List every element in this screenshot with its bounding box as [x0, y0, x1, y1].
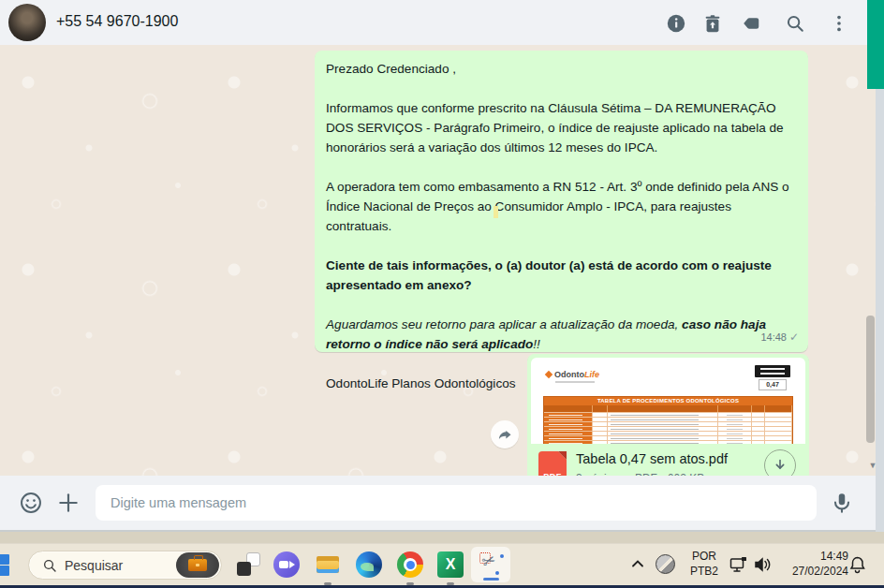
search-icon[interactable] — [785, 13, 805, 34]
chat-header: +55 54 9670-1900 — [0, 0, 884, 45]
search-icon — [42, 558, 57, 573]
download-button[interactable] — [764, 449, 796, 476]
whatsapp-desktop-screen: +55 54 9670-1900 Prezado Credenciado , I… — [0, 0, 884, 588]
index-value: 0,47 — [759, 379, 787, 390]
window-bottom-edge — [0, 530, 884, 532]
notification-bell-icon[interactable] — [848, 555, 866, 574]
search-highlight-badge[interactable] — [176, 552, 219, 578]
briefcase-icon — [188, 559, 207, 571]
scissors-icon: ✂ — [479, 550, 499, 573]
video-app-icon[interactable] — [273, 551, 300, 578]
pdf-preview-image[interactable]: OdontoLife 0,47 TABELA DE PROCEDIMENTOS … — [531, 358, 805, 444]
contact-avatar[interactable] — [8, 4, 46, 41]
scroll-down-arrow-icon[interactable]: ▼ — [867, 461, 878, 470]
download-arrow-icon — [773, 458, 788, 473]
network-icon[interactable] — [729, 556, 749, 574]
file-explorer-icon[interactable] — [315, 551, 341, 578]
message-closing: Aguardamos seu retorno para aplicar a at… — [326, 315, 797, 354]
procedures-table-preview: TABELA DE PROCEDIMENTOS ODONTOLÓGICOS — [543, 396, 793, 444]
odontolife-logo: OdontoLife — [546, 370, 599, 379]
message-meta: 14:48 ✓ — [760, 328, 799, 347]
reajuste-badge — [755, 365, 790, 377]
excel-icon[interactable]: X — [437, 551, 464, 578]
delete-icon[interactable] — [702, 13, 723, 34]
microphone-icon[interactable] — [830, 491, 854, 515]
pdf-attachment-bubble[interactable]: OdontoLife 0,47 TABELA DE PROCEDIMENTOS … — [527, 354, 809, 476]
language-indicator[interactable]: POR PTB2 — [688, 549, 720, 579]
running-indicator — [324, 582, 332, 585]
logo-tagline — [555, 381, 595, 383]
message-question: Ciente de tais informações, o (a) doutor… — [326, 256, 797, 295]
file-row[interactable]: PDF Tabela 0,47 sem atos.pdf 3 páginas •… — [531, 444, 805, 476]
snipping-tool-button[interactable]: ✂ — [471, 547, 510, 582]
taskbar-clock[interactable]: 14:49 27/02/2024 — [772, 549, 848, 579]
message-composer — [0, 476, 884, 530]
running-indicator — [447, 582, 454, 585]
onedrive-paused-icon[interactable] — [656, 554, 675, 574]
table-title: TABELA DE PROCEDIMENTOS ODONTOLÓGICOS — [544, 397, 792, 405]
edge-browser-icon[interactable] — [356, 551, 382, 578]
windows-taskbar: Pesquisar X ✂ POR PTB2 — [0, 543, 884, 585]
forward-button[interactable] — [491, 420, 519, 448]
tray-chevron-icon[interactable] — [631, 559, 644, 568]
contact-name[interactable]: +55 54 9670-1900 — [56, 13, 178, 30]
start-button[interactable] — [0, 554, 9, 576]
message-time: 14:48 — [760, 328, 787, 347]
forward-arrow-icon — [497, 427, 513, 443]
search-label: Pesquisar — [65, 558, 176, 573]
outgoing-message-bubble: Prezado Credenciado , Informamos que con… — [315, 51, 808, 352]
running-indicator — [406, 582, 414, 585]
volume-icon[interactable] — [753, 556, 772, 573]
attach-plus-icon[interactable] — [56, 491, 81, 515]
clock-time: 14:49 — [772, 549, 848, 564]
active-app-indicator — [483, 578, 499, 581]
message-paragraph: Informamos que conforme prescrito na Clá… — [326, 98, 797, 157]
message-input[interactable] — [96, 485, 817, 521]
sent-tick-icon: ✓ — [789, 328, 799, 347]
logo-diamond-icon — [545, 371, 552, 378]
desktop-wallpaper-strip — [0, 532, 884, 543]
label-icon[interactable] — [741, 13, 761, 34]
taskbar-search[interactable]: Pesquisar — [28, 551, 222, 580]
text-cursor-highlight — [494, 206, 498, 218]
chat-message-area: Prezado Credenciado , Informamos que con… — [0, 45, 884, 476]
table-header-row — [544, 405, 792, 412]
message-paragraph: A operadora tem como embasamento a RN 51… — [326, 177, 797, 236]
chat-scrollbar-thumb[interactable] — [866, 316, 875, 443]
clock-date: 27/02/2024 — [772, 564, 848, 579]
menu-icon[interactable] — [829, 13, 849, 34]
task-view-button[interactable] — [235, 551, 261, 578]
message-greeting: Prezado Credenciado , — [326, 59, 797, 79]
info-icon[interactable] — [666, 13, 686, 34]
pdf-file-icon: PDF — [538, 451, 567, 476]
emoji-icon[interactable] — [19, 491, 43, 515]
chrome-browser-icon[interactable] — [397, 551, 423, 578]
teal-scrollbar-thumb[interactable] — [867, 0, 884, 89]
